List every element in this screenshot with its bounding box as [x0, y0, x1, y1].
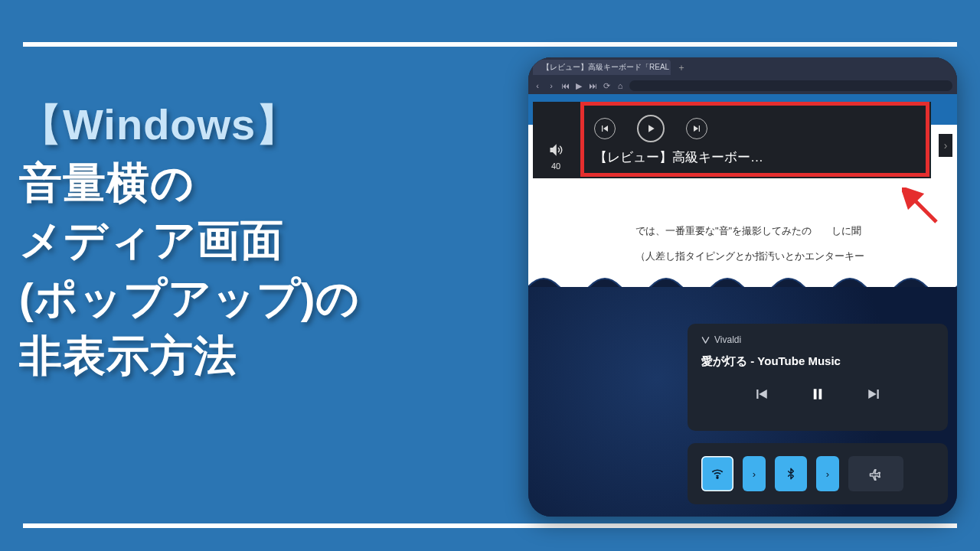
svg-marker-0	[550, 145, 556, 155]
wifi-expand-button[interactable]: ›	[743, 456, 766, 491]
title-line3: メディア画面	[19, 211, 360, 269]
airplane-mode-toggle[interactable]	[848, 456, 903, 491]
title-line5: 非表示方法	[19, 327, 360, 385]
reload-button[interactable]: ⟳	[602, 81, 611, 91]
svg-marker-2	[603, 126, 608, 132]
svg-marker-9	[759, 390, 767, 399]
media-track-title: 愛が灯る - YouTube Music	[701, 354, 934, 369]
svg-point-14	[717, 477, 718, 478]
svg-rect-13	[877, 390, 879, 399]
media-app-label: Vivaldi	[714, 334, 741, 345]
svg-rect-1	[602, 126, 603, 132]
title-line4: (ポップアップ)の	[19, 269, 360, 328]
prev-media-icon[interactable]: ⏮	[560, 81, 570, 90]
tab-bar: 【レビュー】高級キーボード「REAL ＋	[528, 57, 957, 77]
svg-rect-5	[699, 126, 700, 132]
speaker-icon	[549, 143, 563, 157]
browser-chrome: 【レビュー】高級キーボード「REAL ＋ ‹ › ⏮ ▶ ⏭ ⟳ ⌂	[528, 57, 957, 94]
decorative-bar-bottom	[23, 523, 957, 528]
volume-indicator: 40	[533, 102, 579, 178]
arrow-annotation	[902, 187, 940, 226]
svg-rect-10	[814, 389, 817, 399]
play-media-icon[interactable]: ▶	[574, 81, 583, 91]
address-bar[interactable]	[629, 80, 952, 91]
overlay-media-controls: 【レビュー】高級キーボー…	[579, 102, 931, 178]
wifi-toggle[interactable]	[701, 456, 733, 491]
overlay-media-title: 【レビュー】高級キーボー…	[594, 148, 931, 166]
overlay-prev-button[interactable]	[594, 118, 616, 139]
svg-marker-4	[694, 126, 698, 132]
vivaldi-icon	[701, 336, 710, 344]
media-notification-card[interactable]: Vivaldi 愛が灯る - YouTube Music	[688, 324, 948, 431]
svg-marker-3	[648, 125, 655, 132]
card-pause-button[interactable]	[811, 387, 825, 401]
tab-label: 【レビュー】高級キーボード「REAL	[542, 62, 669, 73]
overlay-next-button[interactable]	[686, 118, 707, 139]
svg-line-7	[908, 194, 936, 222]
browser-tab[interactable]: 【レビュー】高級キーボード「REAL	[533, 60, 671, 75]
forward-button[interactable]: ›	[547, 81, 556, 90]
bluetooth-expand-button[interactable]: ›	[816, 456, 839, 491]
svg-rect-8	[756, 390, 758, 399]
decorative-bar-top	[23, 42, 957, 47]
card-prev-button[interactable]	[755, 387, 769, 401]
nav-bar: ‹ › ⏮ ▶ ⏭ ⟳ ⌂	[528, 77, 957, 94]
bluetooth-toggle[interactable]	[775, 456, 807, 491]
title-line1: 【Windows】	[19, 96, 360, 154]
card-next-button[interactable]	[867, 387, 880, 401]
svg-rect-11	[819, 389, 822, 399]
overlay-play-button[interactable]	[637, 115, 665, 142]
home-button[interactable]: ⌂	[616, 81, 625, 90]
quick-settings-panel: › ›	[688, 443, 948, 504]
back-button[interactable]: ‹	[533, 81, 542, 90]
page-text-line2: （人差し指タイピングとか指汚いとかエンターキー	[635, 247, 957, 265]
volume-media-overlay: 40 【レビュー】高級キーボー…	[533, 102, 931, 178]
media-app-name: Vivaldi	[701, 334, 934, 345]
main-title: 【Windows】 音量横の メディア画面 (ポップアップ)の 非表示方法	[19, 96, 360, 385]
screenshot-panel: 【レビュー】高級キーボード「REAL ＋ ‹ › ⏮ ▶ ⏭ ⟳ ⌂ 40	[528, 57, 957, 517]
title-line2: 音量横の	[19, 154, 360, 212]
new-tab-button[interactable]: ＋	[675, 61, 688, 73]
volume-value: 40	[551, 161, 560, 171]
media-card-controls	[701, 387, 934, 401]
svg-marker-12	[868, 390, 877, 399]
next-media-icon[interactable]: ⏭	[588, 81, 597, 90]
overlay-expand-button[interactable]: ›	[939, 134, 952, 157]
